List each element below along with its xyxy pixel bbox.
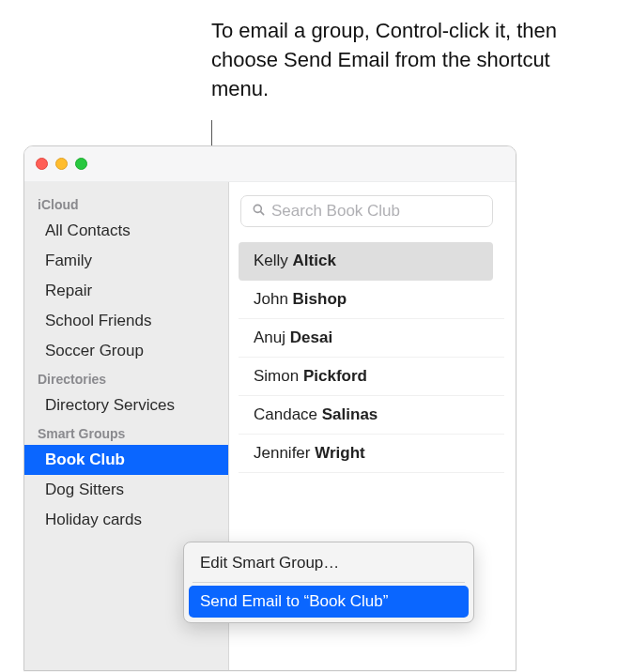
zoom-button[interactable]: [75, 158, 87, 170]
search-icon: [251, 202, 266, 221]
contact-row[interactable]: Simon Pickford: [239, 358, 504, 396]
sidebar-item[interactable]: Dog Sitters: [24, 475, 228, 505]
section-label: Directories: [24, 366, 228, 390]
menu-separator: [193, 582, 465, 583]
menu-item[interactable]: Send Email to “Book Club”: [189, 586, 469, 618]
sidebar-item[interactable]: All Contacts: [24, 216, 228, 246]
sidebar-item[interactable]: Repair: [24, 276, 228, 306]
svg-line-1: [261, 212, 264, 215]
contact-first-name: Anuj: [254, 328, 290, 346]
contact-last-name: Bishop: [293, 290, 347, 308]
contact-row[interactable]: Jennifer Wright: [239, 435, 504, 473]
contact-first-name: Simon: [254, 367, 303, 385]
context-menu: Edit Smart Group…Send Email to “Book Clu…: [183, 542, 474, 623]
contact-first-name: Jennifer: [254, 444, 315, 462]
contact-first-name: John: [254, 290, 293, 308]
contact-row[interactable]: Candace Salinas: [239, 396, 504, 435]
contact-row[interactable]: Kelly Altick: [239, 242, 493, 281]
search-field[interactable]: [240, 195, 493, 227]
sidebar-item[interactable]: Holiday cards: [24, 505, 228, 535]
contact-list: Kelly AltickJohn BishopAnuj DesaiSimon P…: [229, 242, 504, 473]
contact-last-name: Altick: [293, 252, 336, 269]
sidebar-item[interactable]: Soccer Group: [24, 336, 228, 366]
contact-row[interactable]: Anuj Desai: [239, 319, 504, 358]
contact-first-name: Candace: [254, 405, 322, 423]
window-controls: [36, 158, 87, 170]
contact-first-name: Kelly: [254, 252, 293, 269]
sidebar-item[interactable]: School Friends: [24, 306, 228, 336]
sidebar-item[interactable]: Book Club: [24, 445, 228, 475]
search-input[interactable]: [271, 202, 483, 221]
minimize-button[interactable]: [55, 158, 68, 170]
help-caption: To email a group, Control-click it, then…: [211, 17, 604, 103]
window-titlebar: [24, 146, 516, 182]
menu-item[interactable]: Edit Smart Group…: [189, 547, 469, 579]
contact-last-name: Wright: [315, 444, 365, 462]
section-label: Smart Groups: [24, 420, 228, 445]
sidebar-item[interactable]: Directory Services: [24, 390, 228, 420]
contact-last-name: Salinas: [322, 405, 378, 423]
contact-last-name: Pickford: [303, 367, 367, 385]
sidebar-item[interactable]: Family: [24, 246, 228, 276]
contact-last-name: Desai: [290, 328, 332, 346]
close-button[interactable]: [36, 158, 48, 170]
contact-row[interactable]: John Bishop: [239, 281, 504, 319]
section-label: iCloud: [24, 191, 228, 216]
